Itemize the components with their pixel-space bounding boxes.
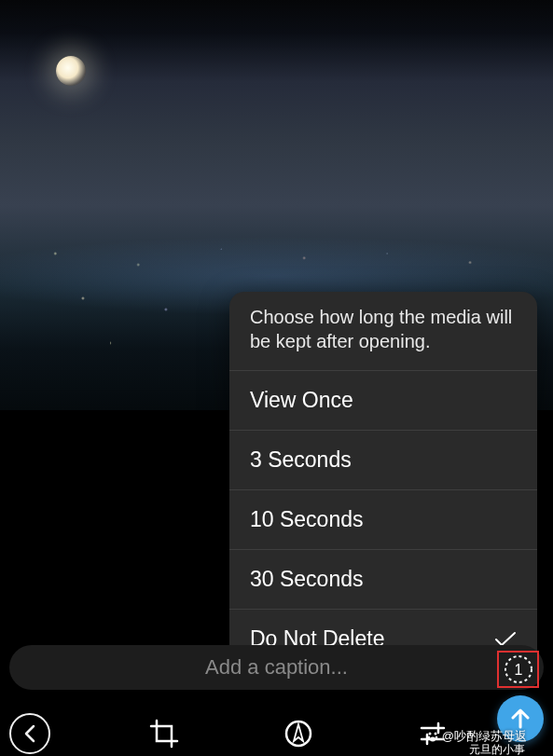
crop-icon xyxy=(149,719,179,749)
paw-icon xyxy=(426,730,439,743)
back-button[interactable] xyxy=(9,713,50,754)
crop-button[interactable] xyxy=(144,713,185,754)
timer-icon: 1 xyxy=(503,653,534,685)
moon-graphic xyxy=(56,56,86,86)
option-10-seconds[interactable]: 10 Seconds xyxy=(229,490,537,550)
svg-text:1: 1 xyxy=(514,662,522,678)
draw-button[interactable] xyxy=(278,713,319,754)
timer-button-highlighted[interactable]: 1 xyxy=(497,651,539,688)
chevron-left-icon xyxy=(23,724,36,743)
caption-placeholder: Add a caption... xyxy=(205,655,348,680)
svg-point-10 xyxy=(435,736,437,739)
option-label: 10 Seconds xyxy=(250,507,363,532)
svg-point-9 xyxy=(427,736,430,739)
option-label: 3 Seconds xyxy=(250,447,352,473)
option-3-seconds[interactable]: 3 Seconds xyxy=(229,431,537,490)
option-30-seconds[interactable]: 30 Seconds xyxy=(229,550,537,610)
caption-input[interactable]: Add a caption... xyxy=(9,645,544,690)
option-label: 30 Seconds xyxy=(250,567,363,592)
watermark-text-2: 元旦的小事 xyxy=(469,742,525,756)
option-label: View Once xyxy=(250,388,353,413)
draw-icon xyxy=(283,719,313,749)
svg-point-7 xyxy=(428,733,431,735)
timer-popup-menu: Choose how long the media will be kept a… xyxy=(229,292,537,668)
svg-point-8 xyxy=(434,733,436,735)
popup-header: Choose how long the media will be kept a… xyxy=(229,292,537,371)
option-view-once[interactable]: View Once xyxy=(229,371,537,431)
svg-point-11 xyxy=(430,737,435,742)
